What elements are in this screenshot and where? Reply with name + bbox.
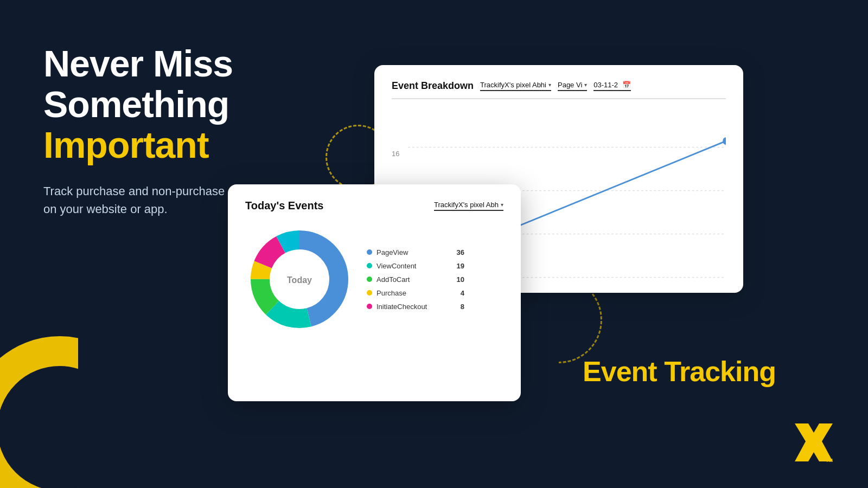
chart-legend: PageView 36 ViewContent 19 AddToCart 10 … bbox=[367, 248, 464, 311]
legend-value-initiatecheckout: 8 bbox=[451, 303, 464, 311]
legend-item-addtocart: AddToCart 10 bbox=[367, 275, 464, 284]
logo-area: TM bbox=[792, 421, 835, 466]
svg-text:TM: TM bbox=[826, 458, 833, 463]
chevron-down-icon: ▾ bbox=[501, 202, 503, 208]
today-events-card: Today's Events TrackifyX's pixel Abh ▾ bbox=[228, 184, 521, 401]
legend-value-purchase: 4 bbox=[451, 289, 464, 297]
legend-label-purchase: Purchase bbox=[376, 289, 447, 297]
today-card-title: Today's Events bbox=[245, 200, 323, 212]
chevron-down-icon: ▾ bbox=[584, 82, 587, 88]
headline-line2: Important bbox=[43, 125, 358, 165]
breakdown-pixel-dropdown[interactable]: TrackifyX's pixel Abhi ▾ bbox=[480, 81, 551, 91]
event-tracking-label: Event Tracking bbox=[583, 355, 776, 388]
legend-item-viewcontent: ViewContent 19 bbox=[367, 262, 464, 270]
legend-dot-viewcontent bbox=[367, 263, 372, 268]
breakdown-card-header: Event Breakdown TrackifyX's pixel Abhi ▾… bbox=[392, 80, 726, 99]
legend-label-initiatecheckout: InitiateCheckout bbox=[376, 303, 447, 311]
breakdown-card-title: Event Breakdown bbox=[392, 80, 474, 92]
legend-label-viewcontent: ViewContent bbox=[376, 262, 447, 270]
legend-item-initiatecheckout: InitiateCheckout 8 bbox=[367, 303, 464, 311]
legend-dot-purchase bbox=[367, 290, 372, 296]
today-card-body: Today PageView 36 ViewContent 19 AddToCa… bbox=[245, 225, 503, 333]
breakdown-date-dropdown[interactable]: 03-11-2 📅 bbox=[593, 81, 631, 91]
chevron-down-icon: ▾ bbox=[548, 82, 551, 88]
legend-dot-initiatecheckout bbox=[367, 304, 372, 309]
legend-item-purchase: Purchase 4 bbox=[367, 289, 464, 297]
legend-dot-addtocart bbox=[367, 277, 372, 282]
legend-dot-pageview bbox=[367, 249, 372, 255]
chart-label-16: 16 bbox=[392, 150, 399, 158]
legend-value-addtocart: 10 bbox=[451, 275, 464, 284]
brand-logo: TM bbox=[792, 421, 835, 464]
legend-label-addtocart: AddToCart bbox=[376, 275, 447, 284]
legend-item-pageview: PageView 36 bbox=[367, 248, 464, 256]
donut-svg: Today bbox=[245, 225, 354, 333]
legend-value-pageview: 36 bbox=[451, 248, 464, 256]
headline-line1: Never Miss Something bbox=[43, 43, 358, 125]
today-pixel-dropdown[interactable]: TrackifyX's pixel Abh ▾ bbox=[434, 201, 503, 211]
calendar-icon: 📅 bbox=[622, 81, 631, 89]
legend-value-viewcontent: 19 bbox=[451, 262, 464, 270]
breakdown-type-dropdown[interactable]: Page Vi ▾ bbox=[558, 81, 587, 91]
donut-chart: Today bbox=[245, 225, 354, 333]
legend-label-pageview: PageView bbox=[376, 248, 447, 256]
today-card-header: Today's Events TrackifyX's pixel Abh ▾ bbox=[245, 200, 503, 212]
yellow-arc-decoration bbox=[0, 336, 152, 488]
svg-text:Today: Today bbox=[287, 275, 312, 285]
svg-marker-13 bbox=[795, 423, 833, 461]
svg-point-4 bbox=[723, 137, 726, 145]
